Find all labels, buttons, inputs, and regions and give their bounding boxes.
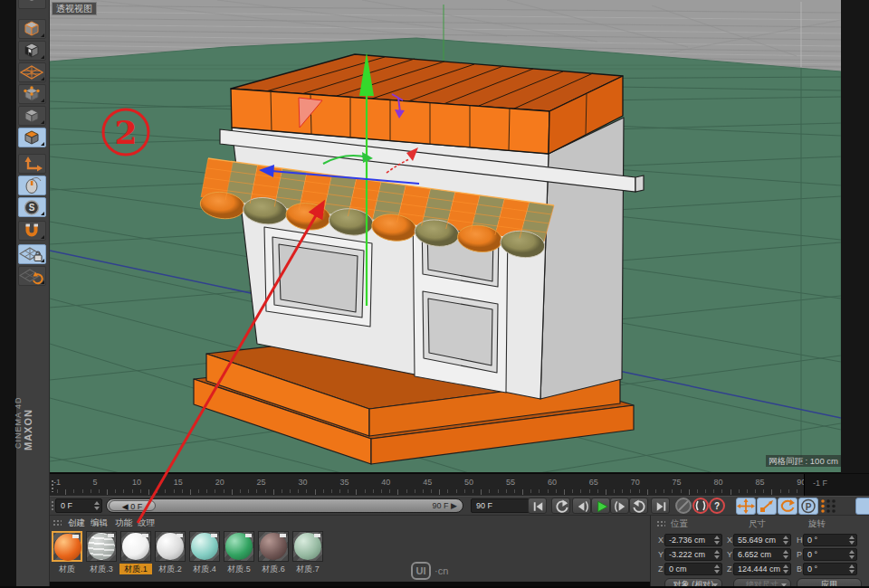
partial-right-button[interactable] (855, 498, 869, 515)
make-editable-icon[interactable] (18, 0, 46, 9)
pos-x-field[interactable]: -2.736 cm (664, 534, 722, 546)
material-swatch-材质[interactable] (52, 531, 82, 562)
ruler-tick (373, 489, 374, 493)
material-menu-grip[interactable] (53, 519, 62, 526)
previous-key-button[interactable] (551, 498, 570, 514)
material-swatch-材质.2[interactable] (155, 531, 186, 562)
workplane-lock-icon[interactable] (18, 244, 46, 264)
coordinate-system-icon[interactable]: P (798, 498, 818, 515)
move-tool-icon[interactable] (736, 498, 756, 515)
snap-magnet-icon[interactable] (18, 221, 46, 241)
rot-h-field[interactable]: 0 ° (803, 534, 857, 546)
ruler-tick (763, 489, 764, 493)
material-label[interactable]: 材质.4 (188, 564, 221, 574)
material-swatch-材质.4[interactable] (189, 531, 220, 562)
ruler-frame-label: -1 (53, 478, 61, 487)
record-disabled-button[interactable] (675, 498, 692, 514)
material-swatch-材质.7[interactable] (292, 531, 323, 562)
rot-p-field[interactable]: 0 ° (803, 548, 857, 561)
rot-h-value: 0 ° (807, 536, 817, 545)
current-frame-spinner[interactable] (93, 501, 100, 510)
previous-frame-button[interactable] (572, 498, 591, 514)
rot-b-value: 0 ° (807, 564, 817, 574)
workplane-sync-icon[interactable] (18, 266, 46, 286)
ruler-tick (315, 489, 316, 495)
rot-b-spinner[interactable] (848, 564, 855, 574)
timeline-slider-handle[interactable]: ◀ 0 F (109, 500, 156, 511)
menu-function[interactable]: 功能 (115, 517, 132, 529)
size-x-value: 55.649 cm (738, 536, 776, 545)
pos-z-spinner[interactable] (713, 564, 720, 574)
ruler-tick (140, 489, 141, 493)
controls-grip[interactable] (51, 500, 54, 512)
material-label[interactable]: 材质.1 (119, 564, 152, 574)
viewport-name-label[interactable]: 透视视图 (52, 2, 97, 15)
ruler-tick (614, 489, 615, 493)
workplane-mode-icon[interactable] (18, 62, 46, 82)
material-label[interactable]: 材质.7 (291, 564, 324, 574)
size-z-field[interactable]: 124.444 cm (733, 563, 791, 575)
texture-mode-icon[interactable] (18, 41, 46, 61)
go-to-end-button[interactable] (651, 498, 670, 514)
next-frame-button[interactable] (610, 498, 629, 514)
points-mode-icon[interactable] (18, 84, 46, 104)
current-frame-field[interactable]: 0 F (55, 498, 102, 513)
edges-mode-icon[interactable] (18, 106, 46, 126)
material-label[interactable]: 材质.3 (85, 564, 118, 574)
pos-y-field[interactable]: -3.222 cm (664, 548, 722, 561)
size-y-field[interactable]: 6.652 cm (733, 548, 791, 561)
ruler-frame-label: 20 (215, 478, 224, 487)
menu-edit[interactable]: 编辑 (91, 517, 108, 529)
ruler-tick (256, 489, 257, 493)
pos-y-spinner[interactable] (713, 550, 720, 559)
pos-y-value: -3.222 cm (669, 550, 705, 559)
ruler-tick (215, 489, 215, 493)
size-y-spinner[interactable] (782, 550, 788, 559)
ruler-tick (664, 489, 664, 493)
material-label[interactable]: 材质.2 (154, 564, 186, 574)
menu-texture[interactable]: 纹理 (138, 517, 155, 529)
rot-b-field[interactable]: 0 ° (803, 563, 857, 575)
pos-z-field[interactable]: 0 cm (664, 563, 722, 575)
material-label[interactable]: 材质.6 (257, 564, 290, 574)
snap-s-icon[interactable]: S (18, 197, 46, 217)
model-mode-icon[interactable] (18, 19, 46, 39)
perspective-viewport[interactable]: 透视视图 网格间距 : 100 cm (50, 0, 841, 473)
material-label[interactable]: 材质.5 (223, 564, 255, 574)
play-button[interactable] (591, 498, 610, 514)
ruler-tick (91, 489, 91, 493)
rot-p-spinner[interactable] (848, 550, 855, 559)
slider-right-arrow-icon: ▶ (451, 501, 457, 510)
scale-tool-icon[interactable] (757, 498, 777, 515)
ruler-tick (797, 489, 797, 493)
material-label[interactable]: 材质 (51, 564, 83, 574)
help-button[interactable]: ? (709, 498, 725, 514)
palette-dots-icon[interactable] (819, 498, 837, 514)
polygons-mode-icon[interactable] (18, 128, 46, 147)
material-swatch-材质.1[interactable] (120, 531, 151, 562)
material-swatch-材质.6[interactable] (258, 531, 289, 562)
menu-create[interactable]: 创建 (68, 517, 85, 529)
ruler-tick (731, 489, 731, 495)
pos-x-label: X (658, 536, 664, 545)
size-z-spinner[interactable] (782, 564, 788, 574)
material-swatch-材质.5[interactable] (224, 531, 254, 562)
go-to-start-button[interactable] (528, 498, 547, 514)
keyframe-record-button[interactable] (692, 498, 709, 514)
material-swatch-材质.3[interactable] (86, 531, 117, 562)
enable-axis-icon[interactable] (18, 154, 46, 174)
rot-h-spinner[interactable] (848, 536, 855, 545)
svg-text:?: ? (714, 501, 720, 511)
timeline-power-slider[interactable]: ◀ 0 F 90 F ▶ (106, 498, 463, 513)
rotate-tool-icon[interactable] (778, 498, 797, 515)
ruler-tick (115, 489, 116, 493)
viewport-solo-icon[interactable] (18, 175, 46, 195)
pos-x-spinner[interactable] (713, 536, 720, 545)
timeline-ruler[interactable]: -151015202530354045505560657075808590 -1… (50, 473, 869, 496)
coords-grip[interactable] (656, 520, 665, 527)
next-key-button[interactable] (629, 498, 648, 514)
size-x-field[interactable]: 55.649 cm (733, 534, 791, 546)
ruler-tick (182, 489, 183, 493)
size-x-spinner[interactable] (782, 536, 788, 545)
rot-p-value: 0 ° (807, 550, 817, 559)
